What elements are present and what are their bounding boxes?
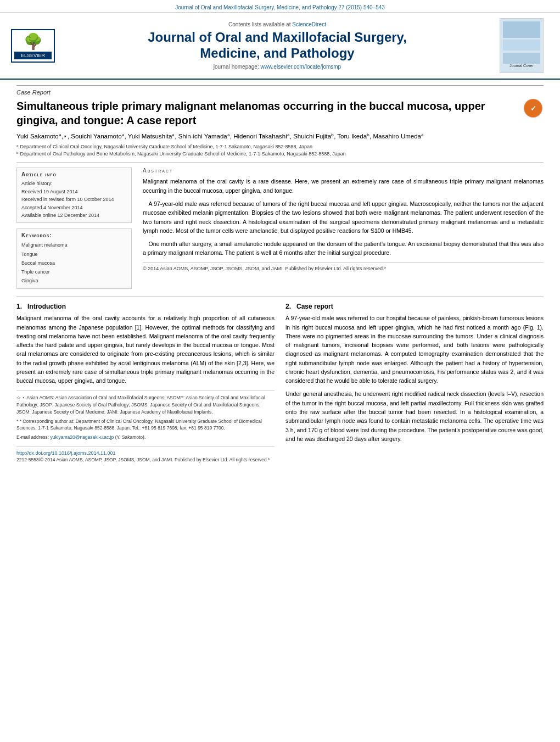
header-center: Contents lists available at ScienceDirec… bbox=[55, 21, 500, 70]
case-report-text: A 97-year-old male was referred to our h… bbox=[285, 314, 544, 443]
body-two-col: 1. Introduction Malignant melanoma of th… bbox=[16, 297, 544, 462]
sciencedirect-link[interactable]: ScienceDirect bbox=[292, 21, 326, 27]
received-revised-date: Received in revised form 10 October 2014 bbox=[21, 196, 127, 203]
article-info-abstract-row: Article info Article history: Received 1… bbox=[16, 163, 544, 289]
keyword-4: Triple cancer bbox=[21, 267, 127, 276]
svg-text:Journal Cover: Journal Cover bbox=[509, 64, 534, 68]
case-report-paragraph-2: Under general anesthesia, he underwent r… bbox=[285, 389, 544, 443]
elsevier-tree-icon: 🌳 bbox=[14, 32, 52, 51]
affiliation-a: ᵃ Department of Clinical Oral Oncology, … bbox=[16, 143, 544, 150]
abstract-text: Malignant melanoma of the oral cavity is… bbox=[143, 177, 544, 257]
journal-cover-image: Journal Cover bbox=[500, 18, 544, 73]
introduction-heading: 1. Introduction bbox=[16, 303, 275, 310]
introduction-paragraph-1: Malignant melanoma of the oral cavity ac… bbox=[16, 314, 275, 385]
keyword-5: Gingiva bbox=[21, 276, 127, 285]
abstract-copyright: © 2014 Asian AOMS, ASOMP, JSOP, JSOMS, J… bbox=[143, 262, 544, 271]
journal-homepage-link[interactable]: www.elsevier.com/locate/jomsmp bbox=[260, 64, 341, 70]
article-content: Case Report Simultaneous triple primary … bbox=[0, 80, 560, 468]
introduction-text: Malignant melanoma of the oral cavity ac… bbox=[16, 314, 275, 385]
accepted-date: Accepted 4 November 2014 bbox=[21, 204, 127, 211]
keyword-3: Buccal mucosa bbox=[21, 259, 127, 267]
page: Journal of Oral and Maxillofacial Surger… bbox=[0, 0, 560, 742]
article-history-heading: Article info bbox=[21, 171, 127, 177]
keywords-heading: Keywords: bbox=[21, 232, 127, 238]
received-date: Received 19 August 2014 bbox=[21, 188, 127, 196]
bottom-copyright: 2212-5558/© 2014 Asian AOMS, ASOMP, JSOP… bbox=[16, 457, 275, 462]
article-title-row: Simultaneous triple primary malignant me… bbox=[16, 99, 544, 127]
article-history-box: Article info Article history: Received 1… bbox=[16, 168, 132, 223]
article-title: Simultaneous triple primary malignant me… bbox=[16, 99, 518, 127]
authors: Yuki Sakamotoᵃ,⋆, Souichi Yanamotoᵃ, Yuk… bbox=[16, 132, 544, 141]
doi-bar: http://dx.doi.org/10.1016/j.ajoms.2014.1… bbox=[16, 447, 275, 462]
case-report-paragraph-1: A 97-year-old male was referred to our h… bbox=[285, 314, 544, 385]
available-online-date: Available online 12 December 2014 bbox=[21, 211, 127, 219]
affiliations: ᵃ Department of Clinical Oral Oncology, … bbox=[16, 143, 544, 157]
abstract-paragraph-2: A 97-year-old male was referred because … bbox=[143, 199, 544, 235]
svg-rect-3 bbox=[503, 53, 540, 64]
header-area: 🌳 ELSEVIER Contents lists available at S… bbox=[0, 13, 560, 80]
star-footnote-symbol: ☆ bbox=[16, 395, 22, 400]
article-info-column: Article info Article history: Received 1… bbox=[16, 168, 132, 289]
crossmark-icon: ✓ bbox=[524, 99, 542, 118]
keyword-2: Tongue bbox=[21, 250, 127, 259]
affiliation-b: ᵇ Department of Oral Pathology and Bone … bbox=[16, 150, 544, 158]
case-report-label: Case Report bbox=[16, 85, 544, 96]
corresponding-author-note: * * Corresponding author at: Department … bbox=[16, 418, 275, 432]
footnote-area: ☆ ⋆ Asian AOMS: Asian Association of Ora… bbox=[16, 390, 275, 441]
contents-available-text: Contents lists available at ScienceDirec… bbox=[66, 21, 489, 27]
abstract-heading: Abstract bbox=[143, 168, 544, 174]
doi-url[interactable]: http://dx.doi.org/10.1016/j.ajoms.2014.1… bbox=[16, 450, 116, 456]
email-footnote: E-mail address: yukiyama20@nagasaki-u.ac… bbox=[16, 434, 275, 441]
journal-top-bar: Journal of Oral and Maxillofacial Surger… bbox=[0, 0, 560, 13]
crossmark-badge: ✓ bbox=[524, 99, 544, 119]
elsevier-logo: 🌳 ELSEVIER bbox=[11, 29, 55, 63]
svg-rect-1 bbox=[503, 21, 540, 38]
email-link[interactable]: yukiyama20@nagasaki-u.ac.jp bbox=[50, 434, 114, 440]
keywords-box: Keywords: Malignant melanoma Tongue Bucc… bbox=[16, 228, 132, 289]
doi-link: http://dx.doi.org/10.1016/j.ajoms.2014.1… bbox=[16, 450, 275, 456]
journal-volume-info: Journal of Oral and Maxillofacial Surger… bbox=[175, 4, 385, 10]
abstract-column: Abstract Malignant melanoma of the oral … bbox=[143, 168, 544, 289]
journal-title: Journal of Oral and Maxillofacial Surger… bbox=[66, 30, 489, 62]
keyword-1: Malignant melanoma bbox=[21, 241, 127, 249]
star-footnote: ☆ ⋆ Asian AOMS: Asian Association of Ora… bbox=[16, 394, 275, 415]
header-right: Journal Cover bbox=[500, 18, 549, 73]
elsevier-label: ELSEVIER bbox=[14, 52, 52, 59]
introduction-column: 1. Introduction Malignant melanoma of th… bbox=[16, 303, 275, 462]
abstract-paragraph-1: Malignant melanoma of the oral cavity is… bbox=[143, 177, 544, 195]
abstract-paragraph-3: One month after surgery, a small amelano… bbox=[143, 239, 544, 258]
journal-homepage: journal homepage: www.elsevier.com/locat… bbox=[66, 64, 489, 70]
article-history-label: Article history: bbox=[21, 180, 127, 187]
svg-rect-2 bbox=[503, 40, 540, 51]
svg-text:✓: ✓ bbox=[530, 104, 536, 113]
case-report-column: 2. Case report A 97-year-old male was re… bbox=[285, 303, 544, 462]
case-report-section-heading: 2. Case report bbox=[285, 303, 544, 310]
